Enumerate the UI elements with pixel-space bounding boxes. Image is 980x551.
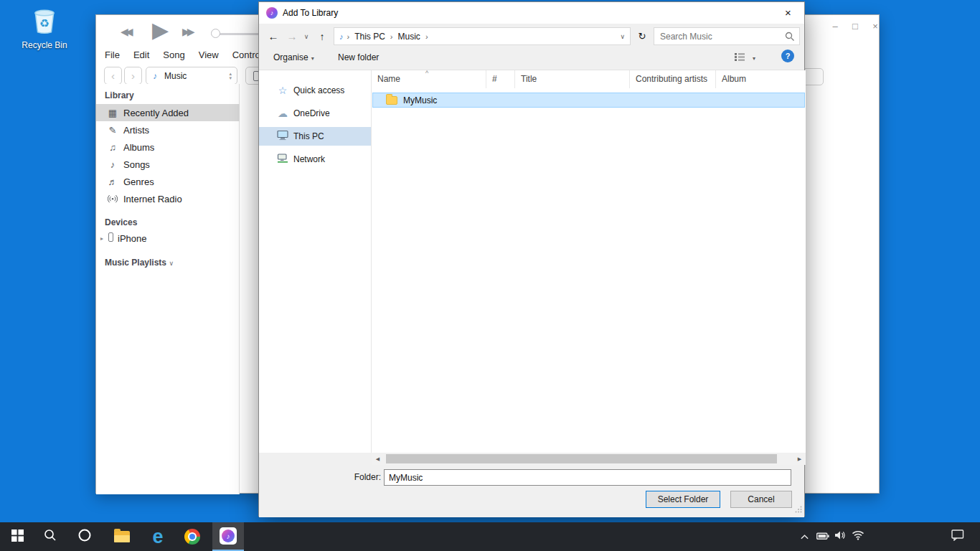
volume-knob[interactable] bbox=[211, 29, 220, 38]
crumb-separator-icon: › bbox=[390, 32, 393, 41]
view-mode-dropdown-icon[interactable]: ▾ bbox=[753, 55, 755, 62]
media-selector-label: Music bbox=[164, 71, 187, 81]
column-header-contributing-artists[interactable]: Contributing artists bbox=[630, 70, 716, 88]
forward-button[interactable]: ▶▶ bbox=[182, 26, 192, 37]
horizontal-scrollbar[interactable]: ◀ ▶ bbox=[372, 453, 806, 465]
nav-back-button[interactable]: ← bbox=[265, 27, 282, 45]
sidebar-item-albums[interactable]: ♫ Albums bbox=[96, 138, 240, 156]
dialog-titlebar[interactable]: ♪ Add To Library × bbox=[259, 2, 804, 24]
sidebar-item-songs[interactable]: ♪ Songs bbox=[96, 156, 240, 173]
column-header-name[interactable]: Name bbox=[372, 70, 486, 88]
address-dropdown-icon[interactable]: ∨ bbox=[620, 33, 625, 40]
edge-icon: e bbox=[152, 527, 163, 547]
menu-edit[interactable]: Edit bbox=[133, 50, 149, 64]
tray-show-hidden-icons[interactable] bbox=[795, 522, 814, 551]
play-button[interactable]: ▶ bbox=[152, 17, 169, 42]
battery-icon bbox=[816, 530, 829, 543]
maximize-button[interactable]: □ bbox=[847, 19, 864, 32]
edge-button[interactable]: e bbox=[142, 522, 174, 551]
help-button[interactable]: ? bbox=[781, 50, 794, 62]
menu-view[interactable]: View bbox=[199, 50, 219, 64]
view-mode-icon[interactable] bbox=[734, 52, 745, 65]
recent-locations-dropdown[interactable]: ∨ bbox=[301, 27, 312, 45]
recycle-bin[interactable]: ♻ Recycle Bin bbox=[20, 4, 69, 50]
cancel-button[interactable]: Cancel bbox=[730, 491, 792, 508]
minimize-button[interactable]: – bbox=[826, 19, 844, 32]
column-header-number[interactable]: # bbox=[486, 70, 515, 88]
new-folder-button[interactable]: New folder bbox=[338, 52, 379, 62]
crumb-separator-icon: › bbox=[425, 32, 428, 41]
tray-network[interactable] bbox=[848, 522, 868, 551]
itunes-back-button[interactable]: ‹ bbox=[104, 67, 122, 85]
sidebar-item-artists[interactable]: ✎ Artists bbox=[96, 121, 240, 138]
itunes-forward-button[interactable]: › bbox=[124, 67, 142, 85]
file-explorer-button[interactable] bbox=[106, 522, 138, 551]
folder-icon bbox=[114, 531, 130, 542]
menu-song[interactable]: Song bbox=[163, 50, 184, 64]
taskbar-search-button[interactable] bbox=[34, 522, 66, 551]
desktop: ♻ Recycle Bin ◀◀ ▶ ▶▶ – □ × File Edit So… bbox=[0, 0, 980, 551]
nav-pane-this-pc[interactable]: This PC bbox=[259, 127, 371, 146]
close-button[interactable]: × bbox=[867, 19, 884, 32]
nav-up-button[interactable]: ↑ bbox=[314, 27, 331, 45]
sidebar-item-iphone[interactable]: ▸ iPhone bbox=[96, 230, 240, 247]
folder-label: Folder: bbox=[349, 472, 381, 482]
breadcrumb-this-pc[interactable]: This PC bbox=[354, 32, 385, 42]
column-header-album[interactable]: Album bbox=[716, 70, 806, 88]
devices-header: Devices bbox=[105, 217, 137, 227]
organise-menu[interactable]: Organise▾ bbox=[273, 52, 314, 62]
refresh-button[interactable]: ↻ bbox=[633, 27, 651, 45]
action-center-button[interactable] bbox=[946, 522, 970, 551]
chrome-icon bbox=[184, 529, 200, 545]
sidebar-item-internet-radio[interactable]: Internet Radio bbox=[96, 190, 240, 207]
music-folder-icon: ♪ bbox=[339, 32, 344, 41]
nav-pane-onedrive[interactable]: ☁ OneDrive bbox=[259, 104, 371, 123]
media-selector[interactable]: ♪ Music ▴▾ bbox=[146, 67, 237, 85]
sidebar-item-genres[interactable]: ♬ Genres bbox=[96, 173, 240, 190]
cortana-circle-icon bbox=[77, 528, 92, 545]
phone-icon bbox=[108, 232, 113, 244]
select-folder-button[interactable]: Select Folder bbox=[646, 491, 720, 508]
menu-file[interactable]: File bbox=[105, 50, 120, 64]
scrollbar-thumb[interactable] bbox=[386, 454, 777, 463]
folder-name-input[interactable] bbox=[384, 469, 791, 486]
library-header: Library bbox=[105, 90, 134, 100]
chrome-button[interactable] bbox=[176, 522, 208, 551]
tray-volume[interactable] bbox=[831, 522, 849, 551]
address-bar[interactable]: ♪ › This PC › Music › ∨ bbox=[334, 27, 631, 45]
file-name: MyMusic bbox=[403, 95, 437, 105]
nav-pane-network[interactable]: Network bbox=[259, 150, 371, 169]
folder-icon bbox=[386, 96, 397, 105]
scroll-right-icon[interactable]: ▶ bbox=[793, 453, 806, 465]
scroll-left-icon[interactable]: ◀ bbox=[372, 453, 384, 465]
cortana-button[interactable] bbox=[69, 522, 100, 551]
svg-text:♻: ♻ bbox=[39, 17, 50, 29]
resize-grip[interactable] bbox=[795, 505, 802, 515]
windows-logo-icon bbox=[11, 529, 24, 545]
notes-icon: ♬ bbox=[106, 176, 119, 187]
search-input[interactable] bbox=[654, 28, 799, 44]
search-icon[interactable] bbox=[785, 32, 795, 44]
breadcrumb-music[interactable]: Music bbox=[398, 32, 420, 42]
rewind-button[interactable]: ◀◀ bbox=[121, 26, 131, 37]
dialog-nav-pane: ☆ Quick access ☁ OneDrive This PC bbox=[259, 70, 371, 453]
nav-forward-button[interactable]: → bbox=[283, 27, 301, 45]
file-row-mymusic[interactable]: MyMusic bbox=[372, 93, 805, 108]
crumb-separator-icon: › bbox=[347, 32, 350, 41]
grid-icon: ▦ bbox=[106, 108, 119, 118]
pen-icon: ✎ bbox=[106, 125, 119, 136]
itunes-taskbar-button[interactable]: ♪ bbox=[212, 522, 244, 551]
broadcast-icon bbox=[106, 193, 119, 204]
nav-pane-quick-access[interactable]: ☆ Quick access bbox=[259, 81, 371, 100]
column-header-title[interactable]: Title bbox=[515, 70, 630, 88]
sidebar-item-recently-added[interactable]: ▦ Recently Added bbox=[96, 104, 240, 121]
itunes-app-icon: ♪ bbox=[266, 7, 278, 19]
expander-icon[interactable]: ▸ bbox=[100, 235, 103, 242]
tray-battery[interactable] bbox=[814, 522, 832, 551]
dialog-close-button[interactable]: × bbox=[772, 2, 804, 23]
selector-carets-icon: ▴▾ bbox=[229, 72, 232, 80]
start-button[interactable] bbox=[1, 522, 33, 551]
chevron-up-icon bbox=[800, 530, 809, 543]
search-box[interactable] bbox=[654, 27, 800, 45]
music-playlists-header[interactable]: Music Playlists ∨ bbox=[105, 258, 174, 268]
